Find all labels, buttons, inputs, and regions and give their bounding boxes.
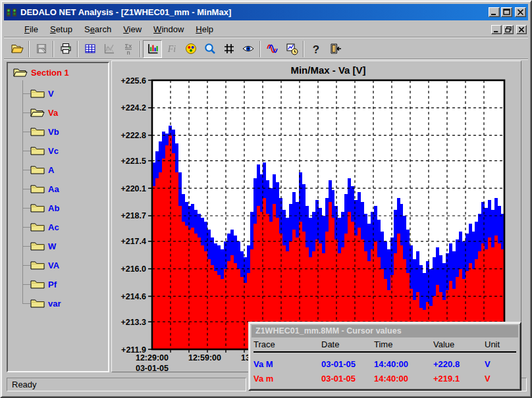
cell-date: 03-01-05 — [321, 374, 374, 384]
minmax-chart-icon — [146, 42, 159, 55]
y-axis-label: +225.6 — [120, 76, 146, 86]
closed-folder-icon — [30, 145, 45, 156]
sidebar-tree: Section 1VVaVbVcAAaAbAcWVAPfvar — [7, 62, 109, 372]
tree-connector — [22, 80, 23, 303]
cell-trace: Va m — [253, 374, 321, 384]
menu-item-file[interactable]: File — [18, 22, 44, 36]
tree-item-label: Va — [48, 108, 58, 118]
open-file-button[interactable] — [7, 40, 26, 58]
toolbar-separator — [77, 41, 78, 57]
exit-button[interactable] — [325, 40, 344, 58]
open-folder-icon — [30, 107, 45, 118]
menu-item-view[interactable]: View — [117, 22, 147, 36]
minimize-icon — [493, 26, 500, 33]
cursor-values-header: TraceDateTimeValueUnit — [253, 339, 516, 349]
app-icon[interactable] — [6, 7, 18, 18]
y-axis-label: +216.0 — [120, 264, 146, 274]
column-header-date: Date — [321, 339, 374, 349]
tree-item-label: var — [48, 299, 61, 309]
y-axis-label: +224.2 — [120, 103, 146, 112]
sidebar-item-var[interactable]: var — [30, 298, 61, 309]
cell-time: 14:40:00 — [374, 359, 433, 369]
y-axis-label: +217.4 — [120, 237, 146, 246]
schedule-chart-button[interactable] — [282, 40, 301, 58]
tree-connector — [22, 189, 30, 189]
menu-item-search[interactable]: Search — [78, 22, 117, 36]
cell-date: 03-01-05 — [321, 359, 374, 369]
sidebar-item-vc[interactable]: Vc — [30, 145, 59, 156]
sidebar-item-section-1[interactable]: Section 1 — [13, 67, 69, 78]
sidebar-item-v[interactable]: V — [30, 88, 54, 99]
colors-icon — [184, 42, 198, 55]
closed-folder-icon — [30, 241, 45, 251]
svg-text:?: ? — [312, 43, 319, 56]
column-header-trace: Trace — [253, 339, 321, 349]
cursor-values-window: Z1WHEC01_mm.8MM - Cursor values TraceDat… — [248, 322, 521, 391]
print-button[interactable] — [56, 40, 75, 58]
y-axis-label: +221.5 — [120, 157, 146, 166]
cell-unit: V — [485, 374, 516, 384]
cursor-value-row-va-m: Va m03-01-0514:40:00+219.1V — [253, 374, 516, 384]
sidebar-item-va[interactable]: Va — [30, 107, 58, 118]
x-axis-label: 12:59:00 — [188, 353, 221, 362]
close-button[interactable] — [515, 7, 526, 17]
tree-connector — [22, 132, 30, 132]
menu-item-setup[interactable]: Setup — [44, 22, 78, 36]
mdi-minimize-button[interactable] — [491, 25, 502, 34]
minimize-button[interactable] — [489, 7, 500, 17]
menu-bar: FileSetupSearchViewWindowHelp — [4, 22, 528, 37]
tree-item-label: Aa — [48, 184, 59, 194]
sidebar-item-vb[interactable]: Vb — [30, 126, 59, 137]
tree-connector — [22, 284, 30, 285]
menu-item-help[interactable]: Help — [190, 22, 219, 36]
sidebar-item-a[interactable]: A — [30, 164, 54, 175]
closed-folder-icon — [30, 222, 45, 232]
minmax-chart-button[interactable] — [143, 40, 162, 58]
maximize-button[interactable] — [501, 7, 512, 17]
zoom-button[interactable] — [200, 40, 219, 58]
mdi-restore-button[interactable] — [503, 25, 514, 34]
header-rule — [253, 351, 516, 353]
statistics-button: Σxn — [119, 40, 138, 58]
svg-text:Fi: Fi — [167, 44, 176, 54]
menu-item-window[interactable]: Window — [147, 22, 190, 36]
toolbar-separator — [53, 41, 54, 57]
sidebar-item-ac[interactable]: Ac — [30, 222, 59, 232]
mdi-close-button[interactable] — [516, 25, 527, 34]
cell-value: +220.8 — [433, 359, 485, 369]
restore-icon — [505, 26, 512, 33]
sidebar-item-ab[interactable]: Ab — [30, 203, 59, 213]
eye-button[interactable] — [238, 40, 257, 58]
y-axis-label: +220.1 — [120, 184, 146, 193]
x-axis-date-label: 03-01-05 — [136, 364, 169, 373]
closed-folder-icon — [30, 126, 45, 137]
cursor-values-titlebar[interactable]: Z1WHEC01_mm.8MM - Cursor values — [252, 325, 518, 337]
print-icon — [59, 42, 72, 55]
help-button[interactable]: ? — [306, 40, 325, 58]
tree-connector — [22, 227, 30, 228]
closed-folder-icon — [30, 279, 45, 289]
sidebar-item-va[interactable]: VA — [30, 260, 59, 270]
app-window: DEDALO NET Analysis - [Z1WHEC01_mm - Min… — [0, 0, 532, 398]
window-title: DEDALO NET Analysis - [Z1WHEC01_mm - Min… — [20, 7, 231, 17]
exit-icon — [329, 42, 342, 55]
tree-connector — [22, 208, 30, 209]
closed-folder-icon — [30, 184, 45, 194]
statistics-icon: Σxn — [122, 42, 135, 55]
tree-item-label: Vc — [48, 146, 59, 156]
waveform-icon — [266, 42, 279, 55]
open-file-icon — [11, 42, 24, 55]
sidebar-item-pf[interactable]: Pf — [30, 279, 57, 289]
title-bar[interactable]: DEDALO NET Analysis - [Z1WHEC01_mm - Min… — [4, 4, 528, 20]
svg-text:Σx: Σx — [124, 43, 131, 49]
tree-item-label: Ac — [48, 222, 59, 232]
sidebar-item-w[interactable]: W — [30, 241, 56, 251]
cell-value: +219.1 — [433, 374, 485, 384]
table-button[interactable] — [80, 40, 99, 58]
grid-button[interactable] — [219, 40, 238, 58]
tree-connector — [22, 93, 30, 94]
colors-button[interactable] — [181, 40, 200, 58]
sidebar-item-aa[interactable]: Aa — [30, 184, 59, 194]
font-icon: Fi — [165, 42, 178, 55]
waveform-button[interactable] — [263, 40, 282, 58]
